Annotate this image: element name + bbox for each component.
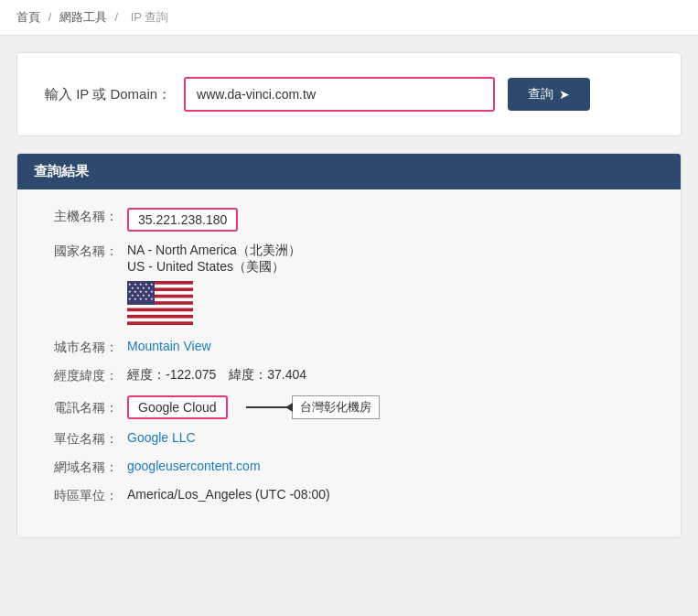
country-label: 國家名稱： <box>45 243 127 260</box>
svg-text:★: ★ <box>128 297 132 301</box>
telecom-row: 電訊名稱： Google Cloud 台灣彰化機房 <box>45 395 653 419</box>
annotation-box: 台灣彰化機房 <box>292 395 380 419</box>
timezone-label: 時區單位： <box>45 487 127 504</box>
svg-rect-6 <box>127 319 193 322</box>
svg-text:★: ★ <box>134 297 137 301</box>
hostname-row: 主機名稱： 35.221.238.180 <box>45 208 653 232</box>
city-label: 城市名稱： <box>45 339 127 356</box>
domain-row: 網域名稱： googleusercontent.com <box>45 459 653 476</box>
coords-label: 經度緯度： <box>45 367 127 384</box>
breadcrumb-current: IP 查詢 <box>131 10 169 24</box>
country-line1: NA - North America（北美洲） <box>127 243 301 259</box>
org-row: 單位名稱： Google LLC <box>45 430 653 448</box>
arrow-line-icon <box>246 406 292 408</box>
search-panel: 輸入 IP 或 Domain： 查詢 ➤ <box>16 52 682 136</box>
city-row: 城市名稱： Mountain View <box>45 339 653 356</box>
search-label: 輸入 IP 或 Domain： <box>45 86 171 103</box>
svg-rect-5 <box>127 311 193 315</box>
breadcrumb: 首頁 / 網路工具 / IP 查詢 <box>0 0 698 36</box>
breadcrumb-sep1: / <box>48 10 52 24</box>
city-value: Mountain View <box>127 339 653 353</box>
org-label: 單位名稱： <box>45 430 127 448</box>
org-value: Google LLC <box>127 430 653 445</box>
search-button-label: 查詢 <box>528 86 553 103</box>
flag-container: ★★★★★ ★★★★ ★★★★★ ★★★★ ★★★★★ <box>127 281 301 328</box>
coords-row: 經度緯度： 經度：-122.075 緯度：37.404 <box>45 367 653 384</box>
results-header: 查詢結果 <box>17 154 681 189</box>
domain-label: 網域名稱： <box>45 459 127 476</box>
country-value: NA - North America（北美洲） US - United Stat… <box>127 243 301 328</box>
svg-rect-4 <box>127 305 193 308</box>
arrow-annotation: 台灣彰化機房 <box>246 395 380 419</box>
search-button[interactable]: 查詢 ➤ <box>508 78 590 111</box>
arrow-right-icon: ➤ <box>559 87 570 102</box>
search-input[interactable] <box>184 77 495 112</box>
country-row: 國家名稱： NA - North America（北美洲） US - Unite… <box>45 243 653 328</box>
svg-text:★: ★ <box>150 297 154 301</box>
breadcrumb-sep2: / <box>115 10 119 24</box>
hostname-value: 35.221.238.180 <box>127 208 238 232</box>
coords-value: 經度：-122.075 緯度：37.404 <box>127 367 653 384</box>
breadcrumb-home[interactable]: 首頁 <box>16 10 40 24</box>
hostname-label: 主機名稱： <box>45 208 127 225</box>
domain-value: googleusercontent.com <box>127 459 653 473</box>
svg-text:★: ★ <box>139 297 143 301</box>
results-panel: 查詢結果 主機名稱： 35.221.238.180 國家名稱： NA - Nor… <box>16 153 682 538</box>
timezone-value: America/Los_Angeles (UTC -08:00) <box>127 487 653 502</box>
us-flag-icon: ★★★★★ ★★★★ ★★★★★ ★★★★ ★★★★★ <box>127 281 193 325</box>
telecom-value: Google Cloud <box>127 395 228 419</box>
search-input-wrapper <box>184 77 495 112</box>
results-body: 主機名稱： 35.221.238.180 國家名稱： NA - North Am… <box>17 189 681 537</box>
breadcrumb-network-tools[interactable]: 網路工具 <box>59 10 107 24</box>
country-line2: US - United States（美國） <box>127 259 301 276</box>
telecom-label: 電訊名稱： <box>45 399 127 416</box>
results-title: 查詢結果 <box>34 163 89 178</box>
timezone-row: 時區單位： America/Los_Angeles (UTC -08:00) <box>45 487 653 504</box>
svg-text:★: ★ <box>145 297 148 301</box>
